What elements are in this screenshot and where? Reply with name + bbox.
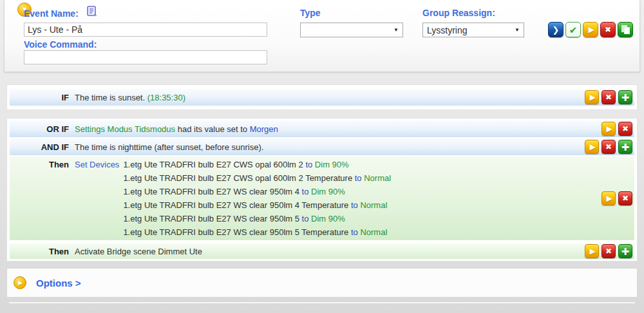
delete-x-icon: ✖ [622,125,629,133]
add-action-button[interactable]: ✚ [618,244,632,258]
event-name-input[interactable] [24,23,267,37]
then-set-devices-row: Then Set Devices 1.etg Ute TRADFRI bulb … [10,156,634,240]
then-label: Then [11,247,69,256]
to-word: to [302,187,309,196]
event-name-label: Event Name: [24,8,79,19]
event-header-panel: ▼ Event Name: Voice Command: Type ▼ Grou… [4,0,640,72]
play-icon: ▶ [588,93,595,101]
group-reassign-label: Group Reassign: [422,8,495,18]
if-label: IF [11,93,69,102]
device-line: 1.etg Ute TRADFRI bulb E27 CWS opal 600l… [123,160,348,169]
voice-command-input[interactable] [24,50,267,64]
run-event-button[interactable]: ▶ [583,22,598,37]
if-condition-text: The time is sunset. (18:35:30) [75,93,185,102]
run-trigger-button[interactable]: ▶ [585,90,599,104]
check-icon: ✔ [569,25,578,35]
delete-condition-button[interactable]: ✖ [618,122,632,136]
or-if-condition-text: Settings Modus Tidsmodus had its value s… [75,124,278,134]
device-line: 1.etg Ute TRADFRI bulb E27 WS clear 950l… [123,187,345,196]
if-row: IF The time is sunset. (18:35:30) ▶ ✖ ✚ [10,89,634,106]
device-line: 1.etg Ute TRADFRI bulb E27 WS clear 950l… [123,227,387,237]
speak-event-name-icon[interactable] [87,6,98,19]
delete-x-icon: ✖ [622,194,629,202]
dropdown-arrow-icon: ▼ [515,27,520,33]
add-trigger-button[interactable]: ✚ [618,90,632,104]
play-icon: ▶ [605,125,612,133]
device-name: 1.etg Ute TRADFRI bulb E27 WS clear 950l… [123,214,299,223]
add-condition-button[interactable]: ✚ [618,140,632,154]
device-name: 1.etg Ute TRADFRI bulb E27 WS clear 950l… [123,187,299,196]
and-if-condition-text: The time is nighttime (after sunset, bef… [75,142,263,152]
or-if-row: OR IF Settings Modus Tidsmodus had its v… [10,120,634,137]
to-word: to [305,160,312,169]
condition-device: Settings Modus Tidsmodus [75,124,175,134]
action-text: Activate Bridge scene Dimmet Ute [75,247,202,256]
device-name: 1.etg Ute TRADFRI bulb E27 CWS opal 600l… [123,160,303,169]
play-icon: ▶ [588,247,595,255]
voice-command-label: Voice Command: [24,39,97,50]
then-devices-buttons: ▶ ✖ [601,191,633,205]
device-value: Dim 90% [311,214,345,223]
to-word: to [302,214,309,223]
and-if-label: AND IF [11,142,69,152]
condition-text: had its value set to [178,124,247,134]
device-value: Dim 90% [311,187,345,196]
then-label: Then [11,158,69,171]
options-expand-button[interactable]: ▶ [14,276,26,289]
delete-x-icon: ✖ [605,143,612,151]
delete-x-icon: ✖ [605,93,612,101]
type-label: Type [300,8,321,18]
device-value: Normal [360,200,387,210]
set-devices-body: Set Devices 1.etg Ute TRADFRI bulb E27 C… [75,158,601,239]
condition-text: The time is sunset. [75,93,145,102]
delete-x-icon: ✖ [605,26,611,33]
triangle-right-icon: ▶ [17,280,23,286]
group-reassign-select[interactable]: Lysstyring ▼ [422,23,524,37]
group-selected-value: Lysstyring [427,25,512,35]
device-name: 1.etg Ute TRADFRI bulb E27 WS clear 950l… [123,227,348,237]
device-name: 1.etg Ute TRADFRI bulb E27 WS clear 950l… [123,200,348,210]
or-if-row-buttons: ▶ ✖ [601,122,633,136]
go-button[interactable]: ❯ [548,22,564,37]
device-lines: 1.etg Ute TRADFRI bulb E27 CWS opal 600l… [123,158,601,239]
then-scene-row: Then Activate Bridge scene Dimmet Ute ▶ … [10,243,634,259]
run-action-button[interactable]: ▶ [601,191,616,205]
device-name: 1.etg Ute TRADFRI bulb E27 CWS opal 600l… [123,173,352,183]
delete-action-button[interactable]: ✖ [618,191,632,205]
device-line: 1.etg Ute TRADFRI bulb E27 WS clear 950l… [123,214,345,223]
trigger-group-box: IF The time is sunset. (18:35:30) ▶ ✖ ✚ [6,84,638,110]
device-line: 1.etg Ute TRADFRI bulb E27 WS clear 950l… [123,200,387,210]
delete-trigger-button[interactable]: ✖ [601,90,616,104]
condition-time: (18:35:30) [147,93,185,102]
accept-button[interactable]: ✔ [565,22,581,37]
to-word: to [351,200,358,210]
delete-action-button[interactable]: ✖ [601,244,616,258]
bottom-divider [9,302,635,303]
to-word: to [351,227,358,237]
delete-event-button[interactable]: ✖ [600,22,616,37]
event-action-buttons: ❯ ✔ ▶ ✖ [548,22,633,37]
plus-icon: ✚ [621,142,630,152]
run-condition-button[interactable]: ▶ [585,140,599,154]
play-icon: ▶ [588,143,595,151]
and-if-row-buttons: ▶ ✖ ✚ [585,140,633,154]
options-link[interactable]: Options > [36,278,81,289]
copy-event-button[interactable] [618,22,633,37]
dropdown-arrow-icon: ▼ [393,27,399,33]
and-if-row: AND IF The time is nighttime (after suns… [10,138,634,155]
then-scene-text: Activate Bridge scene Dimmet Ute [75,247,202,256]
delete-condition-button[interactable]: ✖ [601,140,616,154]
device-value: Normal [364,173,391,183]
to-word: to [355,173,362,183]
device-value: Normal [360,227,387,237]
device-line: 1.etg Ute TRADFRI bulb E27 CWS opal 600l… [123,173,391,183]
copy-pages-icon [621,25,630,34]
run-action-button[interactable]: ▶ [585,244,599,258]
type-select[interactable]: ▼ [300,23,403,37]
or-if-label: OR IF [11,124,69,134]
then-scene-buttons: ▶ ✖ ✚ [585,244,633,258]
conditions-group-box: OR IF Settings Modus Tidsmodus had its v… [6,118,638,261]
run-condition-button[interactable]: ▶ [601,122,616,136]
device-value: Dim 90% [315,160,349,169]
plus-icon: ✚ [621,247,630,256]
